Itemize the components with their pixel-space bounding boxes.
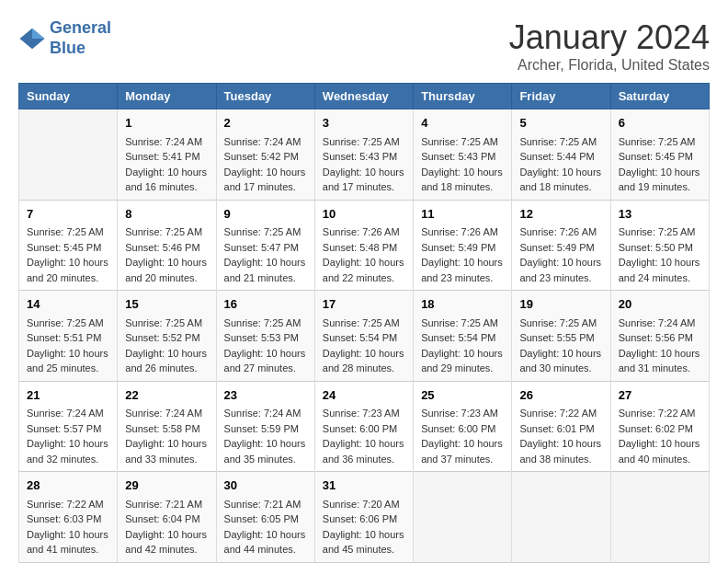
day-info: Sunrise: 7:25 AM Sunset: 5:44 PM Dayligh… <box>519 134 602 195</box>
day-number: 14 <box>27 295 109 314</box>
calendar-cell: 1Sunrise: 7:24 AM Sunset: 5:41 PM Daylig… <box>118 109 216 201</box>
day-info: Sunrise: 7:25 AM Sunset: 5:43 PM Dayligh… <box>323 134 405 195</box>
day-number: 22 <box>125 386 208 405</box>
calendar-cell: 2Sunrise: 7:24 AM Sunset: 5:42 PM Daylig… <box>216 109 314 201</box>
day-info: Sunrise: 7:24 AM Sunset: 5:42 PM Dayligh… <box>224 134 307 195</box>
day-number: 25 <box>421 386 504 405</box>
day-number: 5 <box>519 114 602 132</box>
day-info: Sunrise: 7:25 AM Sunset: 5:43 PM Dayligh… <box>421 134 504 195</box>
calendar-cell: 16Sunrise: 7:25 AM Sunset: 5:53 PM Dayli… <box>216 291 314 382</box>
day-info: Sunrise: 7:22 AM Sunset: 6:01 PM Dayligh… <box>519 406 602 466</box>
day-number: 17 <box>323 295 405 314</box>
calendar-cell: 6Sunrise: 7:25 AM Sunset: 5:45 PM Daylig… <box>610 109 709 201</box>
calendar-cell: 22Sunrise: 7:24 AM Sunset: 5:58 PM Dayli… <box>118 381 216 472</box>
day-info: Sunrise: 7:24 AM Sunset: 5:57 PM Dayligh… <box>27 406 109 466</box>
calendar-cell: 20Sunrise: 7:24 AM Sunset: 5:56 PM Dayli… <box>610 291 709 382</box>
day-info: Sunrise: 7:22 AM Sunset: 6:03 PM Dayligh… <box>27 497 109 557</box>
day-number: 11 <box>421 205 504 224</box>
calendar-table: SundayMondayTuesdayWednesdayThursdayFrid… <box>18 83 710 563</box>
day-number: 19 <box>519 295 602 314</box>
calendar-cell <box>610 472 709 563</box>
calendar-cell: 10Sunrise: 7:26 AM Sunset: 5:48 PM Dayli… <box>314 200 413 291</box>
day-info: Sunrise: 7:25 AM Sunset: 5:53 PM Dayligh… <box>224 316 307 376</box>
calendar-subtitle: Archer, Florida, United States <box>509 57 710 74</box>
day-info: Sunrise: 7:25 AM Sunset: 5:54 PM Dayligh… <box>421 316 504 376</box>
weekday-header-thursday: Thursday <box>414 84 512 109</box>
day-number: 7 <box>27 205 109 224</box>
weekday-header-wednesday: Wednesday <box>314 84 413 109</box>
calendar-cell: 30Sunrise: 7:21 AM Sunset: 6:05 PM Dayli… <box>216 472 314 563</box>
calendar-cell: 18Sunrise: 7:25 AM Sunset: 5:54 PM Dayli… <box>414 291 512 382</box>
calendar-cell: 26Sunrise: 7:22 AM Sunset: 6:01 PM Dayli… <box>512 381 610 472</box>
week-row-3: 14Sunrise: 7:25 AM Sunset: 5:51 PM Dayli… <box>19 291 710 382</box>
day-info: Sunrise: 7:22 AM Sunset: 6:02 PM Dayligh… <box>619 406 701 466</box>
logo: General Blue <box>18 18 111 58</box>
day-number: 31 <box>323 477 405 495</box>
weekday-header-saturday: Saturday <box>610 84 709 109</box>
day-info: Sunrise: 7:25 AM Sunset: 5:45 PM Dayligh… <box>619 134 701 195</box>
day-number: 8 <box>125 205 208 224</box>
day-info: Sunrise: 7:25 AM Sunset: 5:45 PM Dayligh… <box>27 224 109 285</box>
day-number: 23 <box>224 386 307 405</box>
day-number: 2 <box>224 114 307 132</box>
day-info: Sunrise: 7:21 AM Sunset: 6:05 PM Dayligh… <box>224 497 307 557</box>
calendar-cell: 17Sunrise: 7:25 AM Sunset: 5:54 PM Dayli… <box>314 291 413 382</box>
calendar-cell: 28Sunrise: 7:22 AM Sunset: 6:03 PM Dayli… <box>19 472 118 563</box>
calendar-cell: 24Sunrise: 7:23 AM Sunset: 6:00 PM Dayli… <box>314 381 413 472</box>
calendar-cell: 21Sunrise: 7:24 AM Sunset: 5:57 PM Dayli… <box>19 381 118 472</box>
day-number: 10 <box>323 205 405 224</box>
weekday-header-friday: Friday <box>512 84 610 109</box>
day-info: Sunrise: 7:26 AM Sunset: 5:48 PM Dayligh… <box>323 224 405 285</box>
calendar-cell: 13Sunrise: 7:25 AM Sunset: 5:50 PM Dayli… <box>610 200 709 291</box>
calendar-cell: 8Sunrise: 7:25 AM Sunset: 5:46 PM Daylig… <box>118 200 216 291</box>
calendar-cell: 15Sunrise: 7:25 AM Sunset: 5:52 PM Dayli… <box>118 291 216 382</box>
day-info: Sunrise: 7:25 AM Sunset: 5:51 PM Dayligh… <box>27 316 109 376</box>
week-row-2: 7Sunrise: 7:25 AM Sunset: 5:45 PM Daylig… <box>19 200 710 291</box>
week-row-4: 21Sunrise: 7:24 AM Sunset: 5:57 PM Dayli… <box>19 381 710 472</box>
calendar-cell: 9Sunrise: 7:25 AM Sunset: 5:47 PM Daylig… <box>216 200 314 291</box>
calendar-cell: 5Sunrise: 7:25 AM Sunset: 5:44 PM Daylig… <box>512 109 610 201</box>
weekday-header-sunday: Sunday <box>19 84 118 109</box>
day-number: 28 <box>27 477 109 495</box>
day-number: 29 <box>125 477 208 495</box>
day-info: Sunrise: 7:20 AM Sunset: 6:06 PM Dayligh… <box>323 497 405 557</box>
day-info: Sunrise: 7:25 AM Sunset: 5:50 PM Dayligh… <box>619 224 701 285</box>
logo-icon <box>18 25 46 52</box>
day-number: 18 <box>421 295 504 314</box>
calendar-title: January 2024 <box>509 18 710 57</box>
calendar-cell: 12Sunrise: 7:26 AM Sunset: 5:49 PM Dayli… <box>512 200 610 291</box>
day-number: 20 <box>619 295 701 314</box>
calendar-cell: 29Sunrise: 7:21 AM Sunset: 6:04 PM Dayli… <box>118 472 216 563</box>
day-info: Sunrise: 7:24 AM Sunset: 5:56 PM Dayligh… <box>619 316 701 376</box>
calendar-cell: 27Sunrise: 7:22 AM Sunset: 6:02 PM Dayli… <box>610 381 709 472</box>
calendar-cell <box>414 472 512 563</box>
page-header: General Blue January 2024 Archer, Florid… <box>18 18 710 74</box>
weekday-header-tuesday: Tuesday <box>216 84 314 109</box>
logo-text: General Blue <box>50 18 111 58</box>
day-number: 9 <box>224 205 307 224</box>
svg-marker-1 <box>32 28 45 38</box>
week-row-1: 1Sunrise: 7:24 AM Sunset: 5:41 PM Daylig… <box>19 109 710 201</box>
day-number: 12 <box>519 205 602 224</box>
day-info: Sunrise: 7:24 AM Sunset: 5:41 PM Dayligh… <box>125 134 208 195</box>
calendar-cell: 23Sunrise: 7:24 AM Sunset: 5:59 PM Dayli… <box>216 381 314 472</box>
calendar-cell: 3Sunrise: 7:25 AM Sunset: 5:43 PM Daylig… <box>314 109 413 201</box>
title-block: January 2024 Archer, Florida, United Sta… <box>509 18 710 74</box>
day-info: Sunrise: 7:25 AM Sunset: 5:54 PM Dayligh… <box>323 316 405 376</box>
weekday-header-monday: Monday <box>118 84 216 109</box>
week-row-5: 28Sunrise: 7:22 AM Sunset: 6:03 PM Dayli… <box>19 472 710 563</box>
day-info: Sunrise: 7:24 AM Sunset: 5:58 PM Dayligh… <box>125 406 208 466</box>
calendar-cell: 19Sunrise: 7:25 AM Sunset: 5:55 PM Dayli… <box>512 291 610 382</box>
calendar-cell: 4Sunrise: 7:25 AM Sunset: 5:43 PM Daylig… <box>414 109 512 201</box>
day-number: 24 <box>323 386 405 405</box>
day-info: Sunrise: 7:23 AM Sunset: 6:00 PM Dayligh… <box>323 406 405 466</box>
calendar-cell <box>512 472 610 563</box>
day-info: Sunrise: 7:25 AM Sunset: 5:47 PM Dayligh… <box>224 224 307 285</box>
day-number: 26 <box>519 386 602 405</box>
calendar-cell <box>19 109 118 201</box>
day-info: Sunrise: 7:24 AM Sunset: 5:59 PM Dayligh… <box>224 406 307 466</box>
day-info: Sunrise: 7:25 AM Sunset: 5:55 PM Dayligh… <box>519 316 602 376</box>
weekday-header-row: SundayMondayTuesdayWednesdayThursdayFrid… <box>19 84 710 109</box>
calendar-cell: 14Sunrise: 7:25 AM Sunset: 5:51 PM Dayli… <box>19 291 118 382</box>
day-number: 30 <box>224 477 307 495</box>
